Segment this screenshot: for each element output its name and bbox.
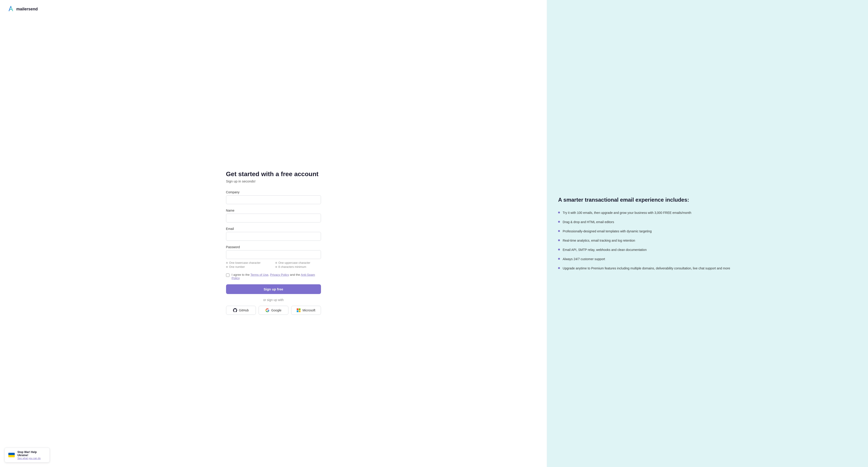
feature-item: Professionally-designed email templates … [558, 229, 857, 234]
signup-button[interactable]: Sign up free [226, 284, 321, 294]
feature-bullet [558, 248, 560, 251]
feature-text: Real-time analytics, email tracking and … [563, 238, 635, 243]
email-input[interactable] [226, 232, 321, 241]
email-field-group: Email [226, 227, 321, 241]
form-container: Get started with a free account Sign up … [0, 18, 547, 467]
github-button[interactable]: GitHub [226, 306, 256, 315]
password-hint: One number [226, 265, 272, 268]
google-label: Google [271, 308, 281, 312]
feature-bullet [558, 221, 560, 223]
name-label: Name [226, 209, 321, 212]
or-divider: or sign up with [226, 298, 321, 302]
feature-text: Email API, SMTP relay, webhooks and clea… [563, 247, 647, 252]
email-label: Email [226, 227, 321, 231]
feature-item: Upgrade anytime to Premium features incl… [558, 266, 857, 271]
hint-text: 8 characters minimum [278, 265, 306, 268]
page-subtitle: Sign up in seconds! [226, 179, 321, 183]
hint-dot [226, 266, 228, 268]
right-panel: A smarter transactional email experience… [547, 0, 868, 467]
hint-text: One number [229, 265, 245, 268]
header: mailersend [0, 0, 547, 18]
feature-item: Email API, SMTP relay, webhooks and clea… [558, 247, 857, 252]
svg-rect-1 [299, 308, 301, 310]
password-hints: One lowercase characterOne uppercase cha… [226, 261, 321, 268]
social-buttons: GitHub Google [226, 306, 321, 315]
name-field-group: Name [226, 209, 321, 223]
feature-text: Always 24/7 customer support [563, 257, 605, 262]
ukraine-banner: Stop War! Help Ukraine! See what you can… [4, 447, 50, 463]
github-icon [233, 308, 237, 312]
password-hint: One uppercase character [275, 261, 321, 264]
feature-text: Try it with 100 emails, then upgrade and… [563, 210, 691, 215]
page-title: Get started with a free account [226, 170, 321, 178]
hint-dot [226, 262, 228, 264]
feature-item: Drag & drop and HTML email editors [558, 220, 857, 225]
name-input[interactable] [226, 213, 321, 223]
svg-rect-2 [297, 310, 299, 312]
ukraine-title: Stop War! Help Ukraine! [18, 451, 46, 457]
ukraine-text: Stop War! Help Ukraine! See what you can… [18, 451, 46, 460]
microsoft-label: Microsoft [303, 308, 315, 312]
company-label: Company [226, 190, 321, 194]
ukraine-link[interactable]: See what you can do [18, 457, 46, 460]
password-label: Password [226, 245, 321, 249]
features-title: A smarter transactional email experience… [558, 196, 857, 203]
password-hint: 8 characters minimum [275, 265, 321, 268]
form-inner: Get started with a free account Sign up … [226, 170, 321, 315]
feature-item: Always 24/7 customer support [558, 257, 857, 262]
svg-rect-0 [297, 308, 299, 310]
github-label: GitHub [239, 308, 249, 312]
terms-row: I agree to the Terms of Use, Privacy Pol… [226, 273, 321, 280]
microsoft-icon [297, 308, 301, 312]
logo-text: mailersend [16, 7, 38, 11]
password-hint: One lowercase character [226, 261, 272, 264]
svg-rect-3 [299, 310, 301, 312]
password-field-group: Password One lowercase characterOne uppe… [226, 245, 321, 268]
company-input[interactable] [226, 195, 321, 204]
feature-text: Professionally-designed email templates … [563, 229, 652, 234]
company-field-group: Company [226, 190, 321, 204]
terms-text: I agree to the Terms of Use, Privacy Pol… [232, 273, 321, 280]
ukraine-flag-icon [8, 453, 15, 457]
google-icon [266, 308, 270, 312]
password-input[interactable] [226, 250, 321, 259]
left-panel: mailersend Get started with a free accou… [0, 0, 547, 467]
feature-bullet [558, 239, 560, 241]
feature-bullet [558, 230, 560, 232]
terms-of-use-link[interactable]: Terms of Use [250, 273, 269, 276]
privacy-policy-link[interactable]: Privacy Policy [270, 273, 289, 276]
feature-item: Real-time analytics, email tracking and … [558, 238, 857, 243]
hint-dot [275, 266, 277, 268]
microsoft-button[interactable]: Microsoft [291, 306, 321, 315]
hint-text: One lowercase character [229, 261, 260, 264]
feature-bullet [558, 258, 560, 260]
feature-text: Drag & drop and HTML email editors [563, 220, 614, 225]
feature-item: Try it with 100 emails, then upgrade and… [558, 210, 857, 215]
mailersend-logo-icon [7, 5, 14, 13]
google-button[interactable]: Google [258, 306, 288, 315]
hint-text: One uppercase character [278, 261, 310, 264]
terms-checkbox[interactable] [226, 273, 229, 277]
feature-bullet [558, 211, 560, 213]
features-list: Try it with 100 emails, then upgrade and… [558, 210, 857, 271]
feature-bullet [558, 267, 560, 269]
feature-text: Upgrade anytime to Premium features incl… [563, 266, 730, 271]
hint-dot [275, 262, 277, 264]
